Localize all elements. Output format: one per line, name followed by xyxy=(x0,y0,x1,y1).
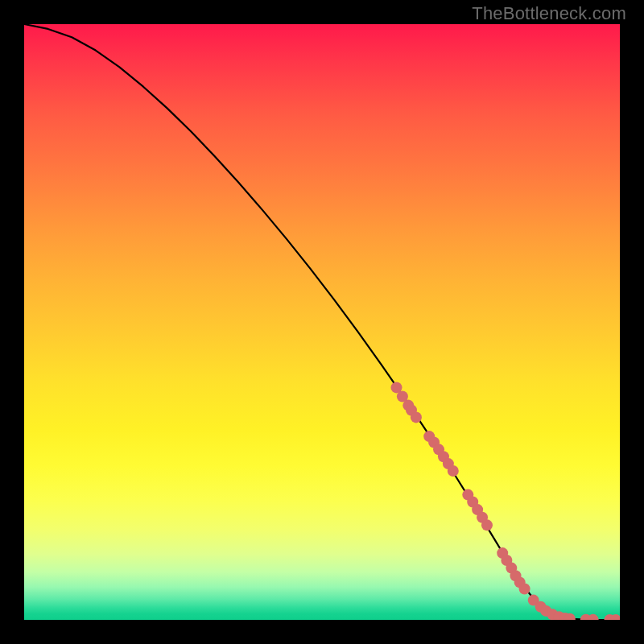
main-curve xyxy=(24,24,620,620)
chart-svg xyxy=(24,24,620,620)
data-marker xyxy=(481,519,493,530)
watermark-text: TheBottleneck.com xyxy=(472,3,626,24)
data-marker xyxy=(588,614,599,620)
data-marker xyxy=(448,465,459,477)
marker-group xyxy=(391,382,621,620)
chart-frame: TheBottleneck.com xyxy=(0,0,644,644)
data-marker xyxy=(519,584,530,595)
data-marker xyxy=(411,411,422,423)
plot-area xyxy=(24,24,620,620)
